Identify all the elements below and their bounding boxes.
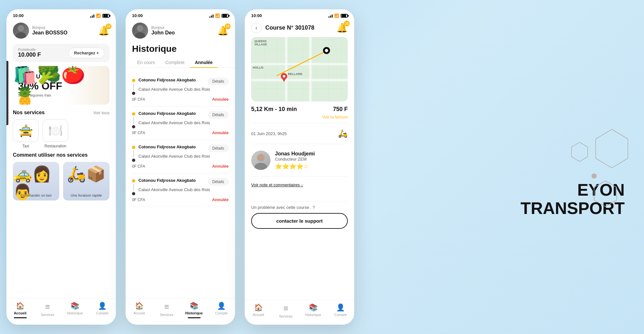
accent-bar (6, 61, 8, 125)
nav-accueil-2[interactable]: 🏠 Accueil (126, 302, 153, 318)
how-delivery-image: 🛵📦 (67, 165, 106, 183)
how-grid: 🚕👩👨 Commander un taxi 🛵📦 Une livraison r… (13, 162, 109, 200)
svg-point-2 (137, 25, 143, 32)
svg-point-11 (258, 154, 264, 161)
route-to: Calavi Akonville Avenue Club des Rois (138, 87, 229, 92)
tab-en-cours[interactable]: En cours (132, 57, 160, 68)
course-title: Course N° 301078 (265, 24, 333, 31)
driver-name: Jonas Houdjemi (275, 151, 315, 157)
signal-1 (90, 14, 94, 18)
trip-item: Cotonou Fidjrosse Akogbato Calavi Akonvi… (132, 173, 229, 207)
nav-compte-label-1: Compte (96, 311, 109, 315)
svg-point-10 (254, 163, 267, 170)
nav-accueil-1[interactable]: 🏠 Accueil (6, 302, 34, 318)
nav-compte-2[interactable]: 👤 Compte (208, 302, 235, 318)
back-button[interactable]: ‹ (251, 23, 261, 33)
how-delivery-label: Une livraison rapide (69, 193, 104, 197)
trip-distance: 5,12 Km - 10 min (251, 106, 297, 113)
support-section: Un problème avec cette course . ? contac… (245, 194, 354, 233)
nav-historique-1[interactable]: 📚 Historique (61, 302, 89, 318)
compte-icon-3: 👤 (336, 303, 345, 312)
status-icons-1: 📶 (90, 14, 109, 18)
nav-historique-3[interactable]: 📚 Historique (299, 303, 327, 318)
voir-tous-button[interactable]: Voir tous (93, 110, 109, 115)
home-icon-3: 🏠 (254, 303, 263, 312)
user-info: Bonjour Jean BOSSSO (13, 23, 67, 39)
how-taxi[interactable]: 🚕👩👨 Commander un taxi (13, 162, 59, 200)
historique-icon: 📚 (71, 302, 79, 310)
driver-card: Jonas Houdjemi Conducteur ZEM ⭐⭐⭐⭐☆ (251, 147, 348, 173)
nav-historique-2[interactable]: 📚 Historique (180, 302, 208, 318)
how-taxi-label: Commander un taxi (19, 193, 53, 197)
nav-services-3[interactable]: ≡ Services (272, 303, 299, 318)
support-button[interactable]: contacter le support (251, 213, 348, 229)
service-restauration-label: Restauration (44, 144, 66, 148)
svg-point-0 (18, 25, 24, 32)
trip-amount: 0F CFA (132, 164, 145, 169)
voir-facture-button[interactable]: Voir la facture (322, 115, 348, 119)
historique-header: Bonjour John Deo 🔔 10 (126, 20, 235, 42)
svg-point-8 (325, 49, 328, 52)
status-icons-3: 📶 (328, 14, 348, 18)
main-container: 10:00 📶 (0, 0, 644, 334)
nav-services-1[interactable]: ≡ Services (34, 302, 61, 318)
services-section: Nos services Voir tous 🚖 Taxi 🍽️ Restaur… (6, 110, 116, 152)
details-button[interactable]: Détails (208, 144, 229, 152)
how-delivery[interactable]: 🛵📦 Une livraison rapide (63, 162, 109, 200)
notification-bell-3[interactable]: 🔔 10 (336, 23, 348, 33)
dot-to (132, 92, 135, 95)
wallet-label: Portefeuille (18, 48, 41, 51)
nav-historique-label-2: Historique (185, 311, 203, 315)
historique-title: Historique (126, 42, 235, 57)
wifi-icon-3: 📶 (334, 14, 339, 18)
voir-note-button[interactable]: Voir note et commentaires ↓ (251, 180, 348, 190)
wifi-icon-1: 📶 (96, 14, 101, 18)
services-grid: 🚖 Taxi 🍽️ Restauration (13, 119, 109, 148)
details-button[interactable]: Détails (208, 78, 229, 85)
status-icons-2: 📶 (209, 14, 229, 18)
nav-services-2[interactable]: ≡ Services (153, 302, 180, 318)
nav-compte-3[interactable]: 👤 Compte (327, 303, 354, 318)
trip-date: 01 Juin 2023, 9h25 (251, 131, 287, 136)
details-button[interactable]: Détails (208, 178, 229, 186)
bottom-nav-3: 🏠 Accueil ≡ Services 📚 Historique 👤 Comp… (245, 300, 354, 325)
svg-marker-13 (572, 142, 588, 162)
nav-services-label-1: Services (41, 313, 54, 317)
trip-list: Cotonou Fidjrosse Akogbato Calavi Akonvi… (126, 70, 235, 209)
route-to: Calavi Akonville Avenue Club des Rois (138, 187, 229, 192)
dot-from (132, 179, 135, 182)
nav-compte-label-3: Compte (334, 313, 347, 317)
tab-complete[interactable]: Complete (160, 57, 190, 68)
dot-to (132, 159, 135, 162)
service-taxi[interactable]: 🚖 Taxi (13, 119, 39, 148)
details-button[interactable]: Détails (208, 111, 229, 119)
nav-compte-label-2: Compte (215, 311, 228, 315)
notification-bell-1[interactable]: 🔔 10 (98, 25, 109, 36)
how-section: Comment utiliser nos services 🚕👩👨 Comman… (6, 152, 116, 204)
moto-icon: 🛵 (338, 129, 348, 138)
signal-2 (209, 14, 213, 18)
map-pin-start (280, 72, 288, 84)
how-title: Comment utiliser nos services (13, 152, 88, 158)
compte-icon-2: 👤 (217, 302, 226, 310)
nav-historique-label-1: Historique (67, 311, 83, 315)
recharge-button[interactable]: Rechargez + (69, 48, 104, 58)
tab-annulee[interactable]: Annulée (190, 57, 218, 68)
nav-accueil-label-3: Accueil (253, 313, 264, 317)
trip-amount: 0F CFA (132, 97, 145, 102)
service-restauration[interactable]: 🍽️ Restauration (43, 119, 68, 148)
nav-accueil-3[interactable]: 🏠 Accueil (245, 303, 272, 318)
driver-avatar (251, 151, 270, 170)
bottom-nav-1: 🏠 Accueil ≡ Services 📚 Historique 👤 Comp… (6, 298, 116, 325)
time-1: 10:00 (13, 13, 24, 18)
status-bar-2: 10:00 📶 (126, 9, 235, 20)
wallet-section: Portefeuille 10.000 F Rechargez + (13, 44, 109, 62)
notification-badge-1: 10 (106, 23, 111, 29)
nav-accueil-label-1: Accueil (14, 311, 26, 315)
promo-banner: Super U 30% OFF Sur les légumes frais 🛍️… (13, 66, 109, 105)
svg-point-6 (283, 75, 285, 78)
nav-compte-1[interactable]: 👤 Compte (89, 302, 116, 318)
historique-icon-3: 📚 (309, 303, 317, 312)
signal-3 (328, 14, 333, 18)
notification-bell-2[interactable]: 🔔 10 (217, 25, 229, 36)
